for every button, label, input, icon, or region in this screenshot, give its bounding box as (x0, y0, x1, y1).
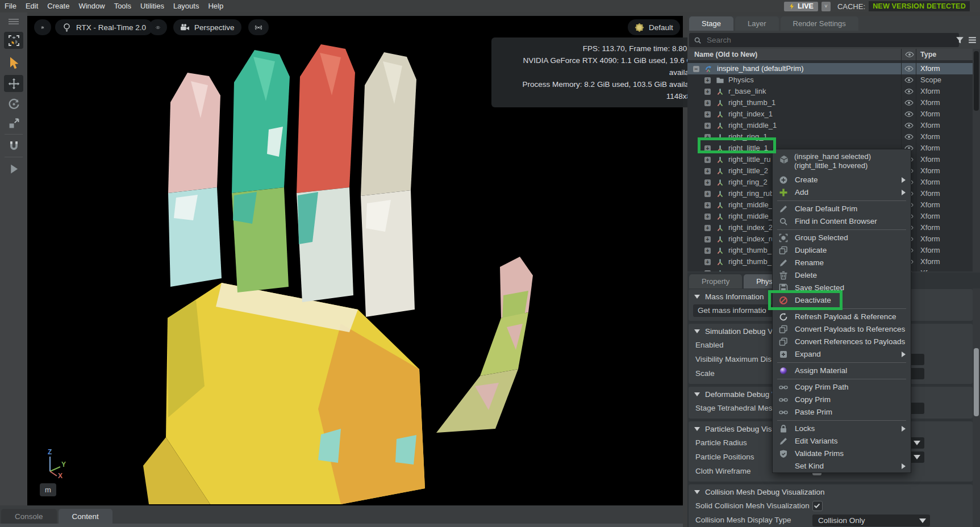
menu-item-copy-prim-path[interactable]: Copy Prim Path (773, 381, 911, 394)
play-button[interactable] (4, 160, 23, 177)
tree-row-right_ring_1[interactable]: +right_ring_1Xform (687, 131, 973, 143)
tree-column-header[interactable]: Name (Old to New) Type (687, 49, 980, 60)
menu-tools[interactable]: Tools (110, 2, 136, 10)
menu-layouts[interactable]: Layouts (169, 2, 204, 10)
viewport-3d[interactable]: RTX - Real-Time 2.0 Perspective Default … (27, 16, 683, 505)
menu-item-duplicate[interactable]: Duplicate (773, 244, 911, 257)
menu-item-convert-payloads-to-references[interactable]: Convert Payloads to References (773, 323, 911, 336)
tree-row-inspire_hand-defaultPrim-[interactable]: −inspire_hand (defaultPrim)Xform (687, 63, 973, 74)
tab-content[interactable]: Content (59, 509, 112, 524)
select-tool-button[interactable] (4, 55, 23, 72)
expand-expander[interactable]: + (704, 214, 711, 220)
menu-item-add[interactable]: Add (773, 186, 911, 199)
collapse-triangle-icon (694, 427, 700, 431)
visibility-eye-icon[interactable] (904, 65, 914, 72)
expand-expander[interactable]: + (704, 236, 711, 242)
visibility-eye-icon[interactable] (904, 122, 914, 129)
menu-item-expand[interactable]: Expand (773, 348, 911, 361)
expand-expander[interactable]: + (704, 123, 711, 129)
expand-expander[interactable]: + (704, 157, 711, 163)
menu-item-convert-references-to-payloads[interactable]: Convert References to Payloads (773, 336, 911, 348)
menu-item-locks[interactable]: Locks (773, 423, 911, 435)
expand-expander[interactable]: + (704, 270, 711, 272)
search-box[interactable] (689, 33, 959, 47)
tab-render-settings[interactable]: Render Settings (781, 16, 858, 31)
tree-row-Physics[interactable]: +PhysicsScope (687, 74, 973, 86)
visibility-eye-icon[interactable] (904, 77, 914, 83)
menu-item-assign-material[interactable]: Assign Material (773, 365, 911, 377)
menu-item-rename[interactable]: Rename (773, 257, 911, 269)
stage-scrollbar[interactable] (973, 49, 980, 271)
expand-expander[interactable]: + (704, 225, 711, 231)
section-header[interactable]: Collision Mesh Debug Visualization (689, 484, 973, 499)
tab-console[interactable]: Console (1, 509, 57, 524)
rotate-tool-button[interactable] (4, 95, 23, 112)
menu-item-group-selected[interactable]: Group Selected (773, 232, 911, 244)
scale-tool-button[interactable] (4, 115, 23, 132)
menu-item-copy-prim[interactable]: Copy Prim (773, 394, 911, 406)
menu-item-clear-default-prim[interactable]: Clear Default Prim (773, 203, 911, 215)
tree-row-right_thumb_1[interactable]: +right_thumb_1Xform (687, 97, 973, 108)
menu-create[interactable]: Create (43, 2, 74, 10)
expand-expander[interactable]: + (704, 191, 711, 197)
menu-file[interactable]: File (0, 2, 21, 10)
expand-expander[interactable]: + (704, 77, 711, 83)
menu-item-paste-prim[interactable]: Paste Prim (773, 406, 911, 419)
tree-row-r_base_link[interactable]: +r_base_linkXform (687, 86, 973, 97)
live-button[interactable]: LIVE (784, 2, 818, 11)
menu-edit[interactable]: Edit (21, 2, 43, 10)
menu-item-validate-prims[interactable]: Validate Prims (773, 447, 911, 460)
expand-expander[interactable]: + (704, 179, 711, 186)
menu-item-edit-variants[interactable]: Edit Variants (773, 435, 911, 447)
expand-expander[interactable]: + (704, 202, 711, 208)
expand-expander[interactable]: + (704, 111, 711, 118)
options-hamburger-icon[interactable] (968, 35, 977, 45)
live-dropdown-chevron[interactable]: ˅ (821, 2, 831, 11)
expand-expander[interactable]: + (704, 259, 711, 265)
tab-property[interactable]: Property (689, 274, 742, 288)
visibility-eye-icon[interactable] (904, 99, 914, 106)
visibility-eye-icon[interactable] (904, 133, 914, 140)
filter-icon[interactable] (955, 35, 965, 45)
menu-item-save-selected[interactable]: Save Selected (773, 282, 911, 294)
tree-row-right_middle_1[interactable]: +right_middle_1Xform (687, 120, 973, 131)
menu-help[interactable]: Help (203, 2, 228, 10)
checkbox-solid-collision-mesh-visualization[interactable] (812, 501, 823, 511)
move-tool-button[interactable] (4, 75, 23, 92)
snap-tool-button[interactable] (4, 137, 23, 154)
menu-item-refresh-payload-reference[interactable]: Refresh Payload & Reference (773, 311, 911, 323)
expand-icon (779, 350, 788, 359)
expand-expander[interactable]: + (704, 145, 711, 152)
visibility-eye-icon[interactable] (904, 111, 914, 118)
menu-item-deactivate[interactable]: Deactivate (773, 294, 911, 307)
visibility-eye-icon[interactable] (904, 88, 914, 95)
search-input[interactable] (706, 35, 935, 45)
version-banner[interactable]: NEW VERSION DETECTED (869, 1, 970, 11)
menu-utilities[interactable]: Utilities (136, 2, 169, 10)
tab-layer[interactable]: Layer (735, 16, 779, 31)
menu-window[interactable]: Window (74, 2, 109, 10)
camera-selector[interactable]: Perspective (173, 19, 241, 35)
expand-expander[interactable]: + (704, 134, 711, 140)
property-scrollbar[interactable] (973, 288, 980, 527)
expand-expander[interactable]: + (704, 248, 711, 254)
viewport-settings-button[interactable] (34, 19, 51, 35)
visibility-button[interactable] (149, 19, 167, 35)
renderer-selector[interactable]: RTX - Real-Time 2.0 (55, 19, 153, 35)
menu-item-label: Set Kind (795, 462, 824, 470)
select-collision-mesh-display-type[interactable]: Collision Only (812, 515, 930, 526)
expand-expander[interactable]: + (704, 89, 711, 95)
menu-item-delete[interactable]: Delete (773, 269, 911, 282)
waypoint-button[interactable] (248, 19, 269, 35)
menu-item-find-in-content-browser[interactable]: Find in Content Browser (773, 215, 911, 228)
lighting-preset-selector[interactable]: Default (628, 19, 680, 35)
menu-item-set-kind[interactable]: Set Kind (773, 460, 911, 472)
xform-axis-icon (716, 99, 724, 107)
collapse-expander[interactable]: − (693, 66, 699, 72)
expand-expander[interactable]: + (704, 100, 711, 106)
menu-item-create[interactable]: Create (773, 174, 911, 186)
tree-row-right_index_1[interactable]: +right_index_1Xform (687, 108, 973, 120)
selection-mode-button[interactable] (4, 32, 23, 49)
expand-expander[interactable]: + (704, 168, 711, 174)
tab-stage[interactable]: Stage (689, 16, 733, 31)
